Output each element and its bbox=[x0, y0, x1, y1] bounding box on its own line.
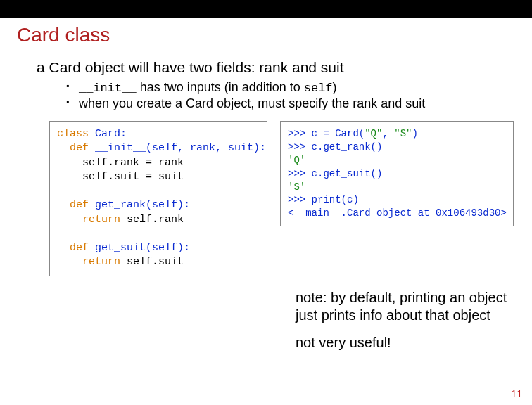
repl-out: <__main__.Card object at 0x106493d30> bbox=[288, 207, 507, 219]
page-number: 11 bbox=[511, 388, 522, 399]
fn-getrank: get_rank(self): bbox=[95, 199, 190, 211]
bullet-item-create: when you create a Card object, must spec… bbox=[66, 96, 515, 111]
code-init: __init__ bbox=[79, 82, 137, 95]
code-self: self bbox=[304, 82, 333, 95]
repl-line: >>> c = Card( bbox=[288, 128, 365, 139]
kw-def: def bbox=[57, 242, 95, 254]
repl-line: >>> c.get_rank() bbox=[288, 141, 382, 153]
repl-out: 'Q' bbox=[288, 155, 305, 166]
note-notuseful: not very useful! bbox=[296, 334, 521, 352]
kw-return: return bbox=[57, 214, 127, 226]
bullet-text: has two inputs (in addition to bbox=[137, 80, 304, 94]
str-q: "Q" bbox=[365, 128, 382, 139]
repl-out: 'S' bbox=[288, 181, 305, 193]
slide-subtitle: a Card object will have two fields: rank… bbox=[37, 59, 515, 76]
fn-getsuit: get_suit(self): bbox=[95, 242, 190, 254]
str-s: "S" bbox=[394, 128, 412, 139]
repl-comma: , bbox=[382, 128, 394, 139]
code-repl: >>> c = Card("Q", "S") >>> c.get_rank() … bbox=[280, 121, 514, 226]
code-line: self.rank bbox=[127, 214, 184, 226]
top-bar bbox=[0, 0, 532, 18]
class-name: Card: bbox=[95, 128, 127, 140]
code-definition: class Card: def __init__(self, rank, sui… bbox=[49, 121, 267, 276]
repl-close: ) bbox=[412, 128, 417, 139]
bullet-tail: ) bbox=[333, 80, 337, 94]
repl-line: >>> print(c) bbox=[288, 194, 359, 205]
fn-init: __init__(self, rank, suit): bbox=[95, 142, 266, 154]
slide-title: Card class bbox=[17, 24, 515, 46]
kw-def: def bbox=[57, 142, 95, 154]
code-line: self.suit = suit bbox=[57, 171, 184, 183]
slide-body: Card class a Card object will have two f… bbox=[0, 18, 532, 352]
note-block: note: by default, printing an object jus… bbox=[296, 289, 521, 352]
bullet-item-init: __init__ has two inputs (in addition to … bbox=[66, 80, 515, 95]
kw-def: def bbox=[57, 199, 95, 211]
repl-line: >>> c.get_suit() bbox=[288, 168, 382, 179]
note-default: note: by default, printing an object jus… bbox=[296, 289, 521, 324]
code-line: self.rank = rank bbox=[57, 157, 184, 169]
kw-class: class bbox=[57, 128, 95, 140]
code-line: self.suit bbox=[127, 256, 184, 268]
kw-return: return bbox=[57, 256, 127, 268]
bullet-list: __init__ has two inputs (in addition to … bbox=[66, 80, 515, 111]
code-columns: class Card: def __init__(self, rank, sui… bbox=[49, 121, 515, 276]
